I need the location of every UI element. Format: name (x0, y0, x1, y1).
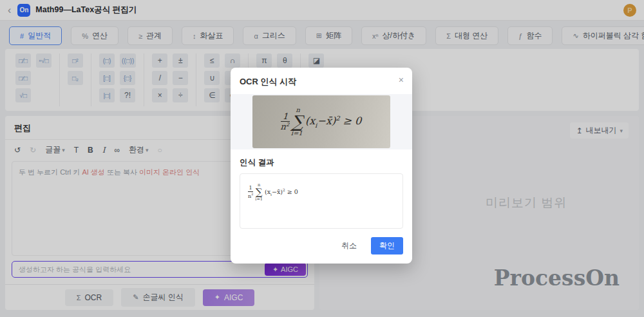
confirm-button[interactable]: 확인 (371, 237, 403, 255)
formula-sigma-sum: n ∑ i=1 (255, 183, 263, 201)
recognition-result-box: 1 n2 n ∑ i=1 (xi−x̄)2 ≥ 0 (240, 173, 403, 229)
close-icon[interactable]: × (399, 75, 404, 84)
cancel-button[interactable]: 취소 (336, 238, 362, 254)
formula-body: (xi−x̄)2 ≥ 0 (305, 115, 362, 129)
formula: 1 n2 n ∑ i=1 (xi−x̄)2 ≥ 0 (280, 107, 363, 137)
formula: 1 n2 n ∑ i=1 (xi−x̄)2 ≥ 0 (248, 183, 298, 201)
formula-fraction: 1 n2 (281, 112, 290, 131)
formula-sigma-sum: n ∑ i=1 (291, 107, 305, 137)
handwritten-formula-photo: 1 n2 n ∑ i=1 (xi−x̄)2 ≥ 0 (252, 95, 390, 148)
formula-fraction: 1 n2 (248, 186, 253, 199)
ocr-source-strip: 1 n2 n ∑ i=1 (xi−x̄)2 ≥ 0 (231, 94, 412, 149)
modal-footer: 취소 확인 (231, 229, 412, 264)
ocr-modal: OCR 인식 시작 × 1 n2 n ∑ i=1 (xi−x̄)2 ≥ 0 인식… (231, 68, 412, 264)
modal-title: OCR 인식 시작 (231, 68, 412, 94)
result-label: 인식 결과 (231, 149, 412, 173)
formula-body: (xi−x̄)2 ≥ 0 (265, 188, 298, 197)
